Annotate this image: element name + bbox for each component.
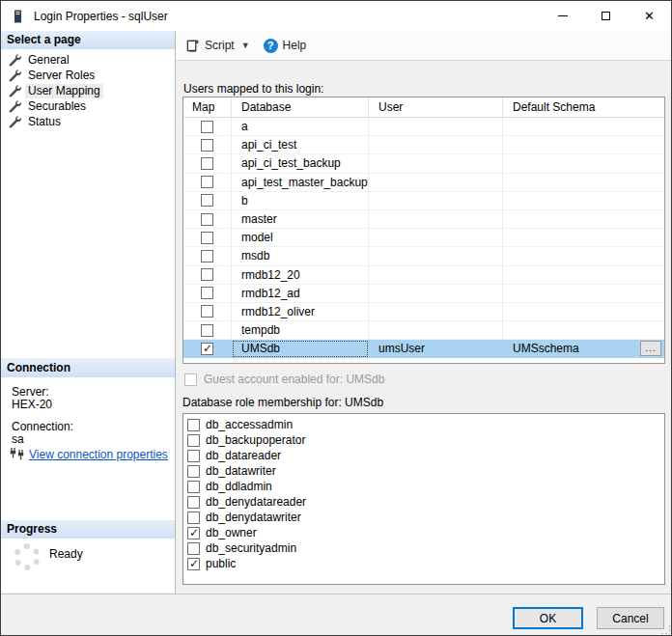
user-cell[interactable] xyxy=(369,192,503,210)
map-checkbox[interactable] xyxy=(201,305,213,318)
map-checkbox[interactable] xyxy=(201,232,213,244)
sidebar-page-item-server-roles[interactable]: Server Roles xyxy=(1,68,175,83)
user-cell[interactable] xyxy=(369,118,503,136)
role-item[interactable]: db_denydatareader xyxy=(183,494,664,510)
user-cell[interactable] xyxy=(369,247,503,265)
sidebar-page-item-status[interactable]: Status xyxy=(1,114,175,129)
role-checkbox[interactable] xyxy=(187,527,200,539)
role-item[interactable]: db_securityadmin xyxy=(183,540,664,556)
help-button[interactable]: ? Help xyxy=(264,39,307,53)
map-checkbox[interactable] xyxy=(201,213,213,226)
user-cell[interactable]: umsUser xyxy=(369,340,503,358)
default-schema-cell[interactable]: ... xyxy=(503,210,664,229)
default-schema-cell[interactable]: ... xyxy=(503,174,664,192)
cancel-button[interactable]: Cancel xyxy=(597,607,664,629)
map-checkbox[interactable] xyxy=(201,139,213,152)
role-item[interactable]: public xyxy=(183,556,664,571)
table-row[interactable]: rmdb12_ad ... xyxy=(183,285,664,303)
database-cell[interactable]: api_ci_test xyxy=(232,136,369,154)
table-row[interactable]: master ... xyxy=(183,210,664,229)
database-cell[interactable]: api_test_master_backup xyxy=(232,174,369,192)
table-row[interactable]: api_test_master_backup ... xyxy=(183,174,664,192)
table-row[interactable]: UMSdb umsUser UMSschema ... xyxy=(183,340,664,358)
user-cell[interactable] xyxy=(369,321,503,340)
database-cell[interactable]: model xyxy=(232,229,369,247)
default-schema-cell[interactable]: ... xyxy=(503,136,664,154)
default-schema-cell[interactable]: ... xyxy=(503,266,664,285)
user-cell[interactable] xyxy=(369,174,503,192)
default-schema-cell[interactable]: ... xyxy=(503,229,664,247)
role-checkbox[interactable] xyxy=(187,512,200,524)
map-checkbox[interactable] xyxy=(201,157,213,170)
maximize-button[interactable] xyxy=(584,1,628,31)
database-cell[interactable]: rmdb12_oliver xyxy=(232,303,369,321)
role-checkbox[interactable] xyxy=(187,481,200,493)
user-cell[interactable] xyxy=(369,285,503,303)
database-cell[interactable]: master xyxy=(232,210,369,229)
default-schema-cell[interactable]: ... xyxy=(503,154,664,173)
column-header-map[interactable]: Map xyxy=(183,97,232,117)
role-item[interactable]: db_backupoperator xyxy=(183,432,664,448)
schema-ellipsis-button[interactable]: ... xyxy=(640,341,661,356)
sidebar-page-item-securables[interactable]: Securables xyxy=(1,98,175,114)
sidebar-page-item-user-mapping[interactable]: User Mapping xyxy=(1,83,175,98)
table-row[interactable]: rmdb12_20 ... xyxy=(183,266,664,285)
resize-grip[interactable] xyxy=(661,625,670,634)
role-checkbox[interactable] xyxy=(187,419,200,431)
role-item[interactable]: db_datareader xyxy=(183,448,664,463)
default-schema-cell[interactable]: ... xyxy=(503,247,664,265)
table-row[interactable]: b ... xyxy=(183,192,664,210)
column-header-default-schema[interactable]: Default Schema xyxy=(503,97,664,117)
table-row[interactable]: api_ci_test_backup ... xyxy=(183,154,664,173)
table-row[interactable]: msdb ... xyxy=(183,247,664,265)
map-checkbox[interactable] xyxy=(201,176,213,188)
database-cell[interactable]: rmdb12_ad xyxy=(232,285,369,303)
role-item[interactable]: db_ddladmin xyxy=(183,479,664,494)
map-checkbox[interactable] xyxy=(201,343,213,355)
database-cell[interactable]: rmdb12_20 xyxy=(232,266,369,285)
role-item[interactable]: db_owner xyxy=(183,525,664,540)
view-connection-properties-link[interactable]: View connection properties xyxy=(29,448,168,461)
database-cell[interactable]: a xyxy=(232,118,369,136)
default-schema-cell[interactable]: ... xyxy=(503,118,664,136)
map-checkbox[interactable] xyxy=(201,324,213,337)
user-cell[interactable] xyxy=(369,136,503,154)
role-item[interactable]: db_datawriter xyxy=(183,463,664,479)
map-checkbox[interactable] xyxy=(201,250,213,263)
user-cell[interactable] xyxy=(369,303,503,321)
default-schema-cell[interactable]: ... xyxy=(503,285,664,303)
role-checkbox[interactable] xyxy=(187,434,200,447)
role-checkbox[interactable] xyxy=(187,558,200,570)
default-schema-cell[interactable]: UMSschema ... xyxy=(503,340,664,358)
map-checkbox[interactable] xyxy=(201,287,213,299)
map-checkbox[interactable] xyxy=(201,268,213,281)
user-cell[interactable] xyxy=(369,154,503,173)
map-checkbox[interactable] xyxy=(201,121,213,133)
database-cell[interactable]: msdb xyxy=(232,247,369,265)
ok-button[interactable]: OK xyxy=(513,607,583,629)
close-button[interactable]: ✕ xyxy=(628,1,671,31)
table-row[interactable]: model ... xyxy=(183,229,664,247)
database-cell[interactable]: tempdb xyxy=(232,321,369,340)
default-schema-cell[interactable]: ... xyxy=(503,192,664,210)
role-checkbox[interactable] xyxy=(187,450,200,462)
table-row[interactable]: rmdb12_oliver ... xyxy=(183,303,664,321)
role-checkbox[interactable] xyxy=(187,496,200,509)
default-schema-cell[interactable]: ... xyxy=(503,321,664,340)
table-row[interactable]: api_ci_test ... xyxy=(183,136,664,154)
database-cell[interactable]: b xyxy=(232,192,369,210)
role-item[interactable]: db_denydatawriter xyxy=(183,510,664,525)
column-header-database[interactable]: Database xyxy=(232,97,369,117)
table-row[interactable]: a ... xyxy=(183,118,664,136)
role-item[interactable]: db_accessadmin xyxy=(183,417,664,432)
sidebar-page-item-general[interactable]: General xyxy=(1,52,175,68)
user-cell[interactable] xyxy=(369,229,503,247)
map-checkbox[interactable] xyxy=(201,194,213,207)
database-cell[interactable]: UMSdb xyxy=(232,340,369,358)
script-button[interactable]: Script ▼ xyxy=(185,39,250,53)
column-header-user[interactable]: User xyxy=(369,97,503,117)
default-schema-cell[interactable]: ... xyxy=(503,303,664,321)
role-checkbox[interactable] xyxy=(187,465,200,478)
user-cell[interactable] xyxy=(369,210,503,229)
minimize-button[interactable] xyxy=(541,1,584,31)
